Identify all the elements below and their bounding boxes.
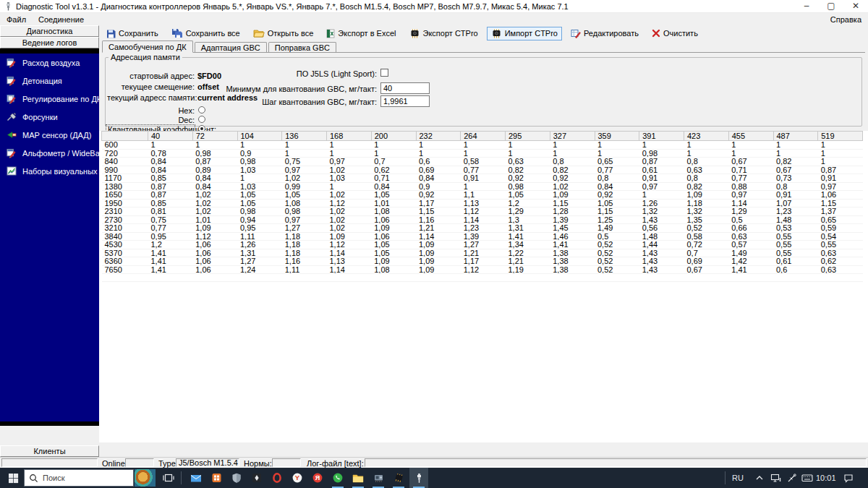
table-cell[interactable]: 0,62	[818, 257, 863, 266]
table-cell[interactable]: 1,27	[461, 241, 506, 249]
table-cell[interactable]: 1,09	[327, 232, 372, 241]
table-cell[interactable]: 1,15	[550, 199, 595, 207]
table-cell[interactable]: 0,92	[506, 174, 550, 183]
column-header[interactable]: 168	[327, 132, 372, 141]
table-cell[interactable]: 1	[684, 149, 729, 158]
table-cell[interactable]: 1,41	[728, 265, 773, 274]
table-cell[interactable]: 0,98	[506, 182, 550, 191]
table-cell[interactable]: 1	[237, 174, 282, 183]
row-label[interactable]: 2730	[102, 215, 148, 224]
table-cell[interactable]: 0,98	[192, 149, 237, 158]
table-cell[interactable]: 1,38	[550, 265, 595, 274]
table-cell[interactable]: 0,92	[595, 191, 639, 200]
toolbar-button-excel[interactable]: Экспорт в Excel	[322, 27, 400, 40]
table-cell[interactable]: 1,09	[192, 224, 237, 233]
table-cell[interactable]: 1,18	[282, 232, 327, 241]
table-cell[interactable]: 0,67	[773, 166, 818, 174]
table-cell[interactable]: 1,06	[818, 191, 863, 200]
table-cell[interactable]: 1,19	[506, 265, 550, 274]
table-cell[interactable]: 0,54	[818, 232, 863, 241]
table-cell[interactable]: 1	[684, 141, 729, 150]
table-cell[interactable]: 1,28	[550, 207, 595, 216]
table-cell[interactable]: 0,6	[416, 158, 461, 166]
table-cell[interactable]: 1,06	[192, 241, 237, 249]
table-cell[interactable]: 0,55	[773, 249, 818, 257]
table-cell[interactable]: 0,82	[506, 166, 550, 174]
table-cell[interactable]: 1,25	[595, 215, 639, 224]
table-cell[interactable]: 1,43	[639, 257, 684, 266]
table-cell[interactable]: 1,32	[684, 207, 729, 216]
table-cell[interactable]: 0,61	[773, 257, 818, 266]
table-cell[interactable]: 1,39	[550, 215, 595, 224]
table-cell[interactable]: 1,46	[550, 232, 595, 241]
toolbar-button-save[interactable]: Сохранить	[102, 27, 163, 40]
table-cell[interactable]: 1,23	[461, 224, 506, 233]
table-cell[interactable]: 1,06	[371, 215, 416, 224]
sidebar-item-alphameter-log[interactable]: Альфометр / WideBand02	[0, 144, 99, 162]
table-cell[interactable]: 0,63	[818, 265, 863, 274]
table-cell[interactable]: 0,52	[595, 249, 639, 257]
table-cell[interactable]: 1,09	[371, 257, 416, 266]
table-cell[interactable]: 0,91	[773, 191, 818, 200]
table-cell[interactable]: 1	[728, 149, 773, 158]
table-cell[interactable]: 0,84	[416, 174, 461, 183]
table-cell[interactable]: 1,21	[416, 224, 461, 233]
table-cell[interactable]: 0,98	[282, 207, 327, 216]
row-label[interactable]: 1380	[102, 182, 148, 191]
table-cell[interactable]: 1,16	[416, 215, 461, 224]
table-cell[interactable]: 1,08	[371, 207, 416, 216]
table-cell[interactable]: 1	[595, 149, 639, 158]
taskbar-app-defender[interactable]	[227, 468, 246, 488]
table-cell[interactable]: 0,63	[728, 232, 773, 241]
table-cell[interactable]: 1,17	[461, 257, 506, 266]
table-cell[interactable]: 0,61	[639, 166, 684, 174]
table-cell[interactable]: 0,55	[773, 241, 818, 249]
table-cell[interactable]: 0,97	[639, 182, 684, 191]
table-cell[interactable]: 0,52	[595, 241, 639, 249]
row-label[interactable]: 840	[102, 158, 148, 166]
table-cell[interactable]: 1	[818, 149, 863, 158]
table-cell[interactable]: 0,98	[237, 207, 282, 216]
table-cell[interactable]: 1	[728, 141, 773, 150]
table-cell[interactable]: 1,3	[506, 215, 550, 224]
table-cell[interactable]: 0,63	[818, 249, 863, 257]
table-cell[interactable]: 1,31	[237, 249, 282, 257]
table-cell[interactable]: 1,49	[595, 224, 639, 233]
table-cell[interactable]: 1	[327, 141, 372, 150]
table-cell[interactable]: 1,27	[282, 224, 327, 233]
table-cell[interactable]: 1,08	[371, 265, 416, 274]
table-cell[interactable]: 1,11	[237, 232, 282, 241]
table-cell[interactable]: 1,12	[461, 207, 506, 216]
table-cell[interactable]: 1,09	[684, 191, 729, 200]
tray-chevron-up[interactable]	[752, 468, 767, 488]
hex-radio[interactable]	[198, 106, 205, 114]
table-cell[interactable]: 1	[327, 182, 372, 191]
table-cell[interactable]: 1,02	[327, 207, 372, 216]
row-label[interactable]: 2310	[102, 207, 148, 216]
table-cell[interactable]: 0,92	[550, 174, 595, 183]
table-cell[interactable]: 1,02	[327, 191, 372, 200]
table-cell[interactable]: 1,12	[461, 265, 506, 274]
table-cell[interactable]: 0,55	[818, 241, 863, 249]
table-cell[interactable]: 1,48	[639, 232, 684, 241]
toolbar-button-save-all[interactable]: Сохранить все	[167, 26, 244, 40]
table-cell[interactable]: 0,5	[595, 232, 639, 241]
table-cell[interactable]: 0,8	[684, 158, 729, 166]
table-cell[interactable]: 1,05	[506, 191, 550, 200]
table-cell[interactable]: 1,07	[773, 199, 818, 207]
table-cell[interactable]: 1,31	[506, 224, 550, 233]
table-cell[interactable]: 1	[639, 141, 684, 150]
table-cell[interactable]: 1,41	[550, 241, 595, 249]
table-cell[interactable]: 0,84	[192, 182, 237, 191]
table-cell[interactable]: 1,06	[192, 257, 237, 266]
table-cell[interactable]: 0,6	[773, 265, 818, 274]
table-cell[interactable]: 1,14	[461, 215, 506, 224]
table-cell[interactable]: 0,8	[684, 174, 729, 183]
table-cell[interactable]: 0,87	[639, 158, 684, 166]
table-cell[interactable]: 0,65	[595, 158, 639, 166]
tray-network[interactable]	[768, 468, 783, 488]
table-cell[interactable]: 1,02	[192, 207, 237, 216]
tab-adaptation-gbc[interactable]: Адаптация GBC	[195, 42, 267, 52]
table-cell[interactable]: 1,32	[639, 207, 684, 216]
tab-correction-gbc[interactable]: Поправка GBC	[268, 42, 336, 52]
